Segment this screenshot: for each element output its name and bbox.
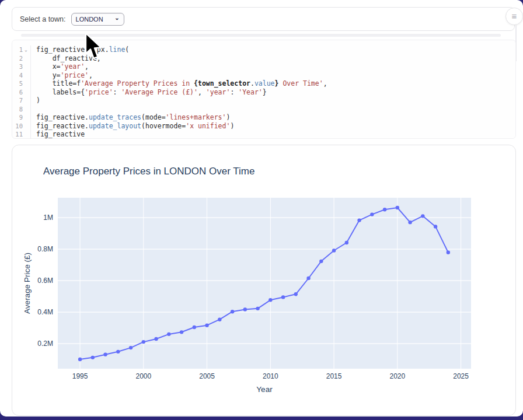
data-point[interactable] [396, 206, 399, 209]
code-text: labels={'price': 'Average Price (£)', 'y… [30, 88, 267, 97]
data-point[interactable] [231, 310, 234, 313]
x-tick-label: 2005 [199, 372, 215, 380]
line-number: 5 [12, 80, 23, 87]
code-line: 1⌄fig_reactive = px.line( [12, 46, 515, 54]
data-point[interactable] [408, 220, 412, 224]
data-point[interactable] [447, 251, 450, 254]
code-line: 3 x='year', [12, 62, 515, 71]
x-tick-label: 2015 [326, 372, 342, 380]
code-line: 8 [12, 105, 515, 114]
code-line: 5 title=f'Average Property Prices in {to… [12, 79, 515, 88]
data-point[interactable] [243, 307, 247, 311]
code-line: 2 df_reactive, [12, 54, 515, 63]
code-text: title=f'Average Property Prices in {town… [30, 79, 327, 88]
data-point[interactable] [370, 212, 374, 216]
town-dropdown-value: LONDON [76, 16, 103, 23]
line-number: 11 [12, 131, 23, 138]
line-number: 8 [12, 106, 23, 113]
code-editor-cell[interactable]: 1⌄fig_reactive = px.line(2 df_reactive,3… [12, 40, 516, 139]
y-tick-label: 0.6M [37, 276, 53, 285]
y-tick-label: 1M [43, 214, 53, 222]
code-text: fig_reactive = px.line( [30, 46, 129, 54]
notebook-app: Select a town: LONDON ⌄ ≡ 1⌄fig_reactive… [0, 0, 523, 416]
x-tick-label: 2010 [263, 372, 278, 380]
code-text: fig_reactive.update_layout(hovermode='x … [30, 122, 234, 131]
data-point[interactable] [345, 241, 348, 244]
app-menu-button[interactable]: ≡ [505, 8, 523, 25]
data-point[interactable] [91, 356, 95, 359]
x-tick-label: 1995 [72, 372, 88, 380]
code-text [30, 105, 40, 114]
code-line: 7) [12, 96, 515, 105]
code-line: 10fig_reactive.update_layout(hovermode='… [12, 122, 515, 131]
line-number: 10 [12, 123, 23, 130]
fold-arrow-icon[interactable]: ⌄ [23, 47, 29, 52]
line-number: 7 [12, 97, 23, 104]
chart-output-card: Average Property Prices in LONDON Over T… [12, 145, 516, 416]
data-point[interactable] [205, 324, 208, 327]
y-tick-label: 0.8M [37, 245, 53, 253]
y-tick-label: 0.4M [37, 308, 53, 316]
code-text: fig_reactive.update_traces(mode='lines+m… [30, 113, 230, 122]
chevron-down-icon: ⌄ [114, 15, 119, 21]
hamburger-icon: ≡ [512, 12, 517, 20]
code-line: 9fig_reactive.update_traces(mode='lines+… [12, 113, 515, 122]
code-line: 4 y='price', [12, 71, 515, 80]
data-point[interactable] [306, 276, 310, 280]
x-axis-title: Year [256, 385, 273, 394]
data-point[interactable] [332, 249, 336, 252]
price-chart: Average Property Prices in LONDON Over T… [12, 145, 515, 415]
code-line: 6 labels={'price': 'Average Price (£)', … [12, 88, 515, 97]
data-point[interactable] [383, 208, 386, 211]
town-dropdown[interactable]: LONDON ⌄ [71, 13, 124, 26]
line-number: 6 [12, 89, 23, 96]
data-point[interactable] [193, 326, 196, 329]
data-point[interactable] [281, 295, 285, 299]
cell-shadow [21, 34, 501, 37]
code-text: y='price', [30, 71, 93, 80]
code-text: fig_reactive [30, 130, 85, 139]
data-point[interactable] [294, 292, 298, 296]
chart-title: Average Property Prices in LONDON Over T… [43, 166, 254, 177]
line-number: 2 [12, 55, 23, 62]
data-point[interactable] [269, 298, 272, 302]
data-point[interactable] [78, 358, 82, 361]
data-point[interactable] [256, 307, 259, 310]
data-point[interactable] [357, 218, 361, 222]
data-point[interactable] [129, 346, 133, 349]
x-tick-label: 2000 [135, 372, 151, 380]
data-point[interactable] [434, 225, 437, 228]
data-point[interactable] [142, 340, 145, 344]
code-line: 11fig_reactive [12, 130, 515, 139]
data-point[interactable] [421, 214, 424, 218]
town-selector-card: Select a town: LONDON ⌄ [12, 7, 515, 31]
line-number: 4 [12, 72, 23, 79]
x-tick-label: 2020 [389, 372, 405, 380]
line-number: 1 [12, 46, 23, 53]
line-number: 3 [12, 63, 23, 70]
y-axis-title: Average Price (£) [23, 253, 32, 314]
y-tick-label: 0.2M [37, 340, 53, 348]
town-selector-label: Select a town: [20, 15, 66, 23]
data-point[interactable] [167, 332, 170, 336]
data-point[interactable] [180, 330, 183, 334]
code-text: x='year', [30, 62, 89, 71]
data-point[interactable] [103, 352, 107, 356]
data-point[interactable] [319, 260, 323, 263]
data-point[interactable] [116, 350, 120, 354]
line-number: 9 [12, 114, 23, 121]
code-text: df_reactive, [30, 54, 101, 63]
x-tick-label: 2025 [453, 372, 469, 380]
data-point[interactable] [154, 337, 158, 341]
code-text: ) [30, 96, 40, 105]
data-point[interactable] [218, 318, 221, 321]
